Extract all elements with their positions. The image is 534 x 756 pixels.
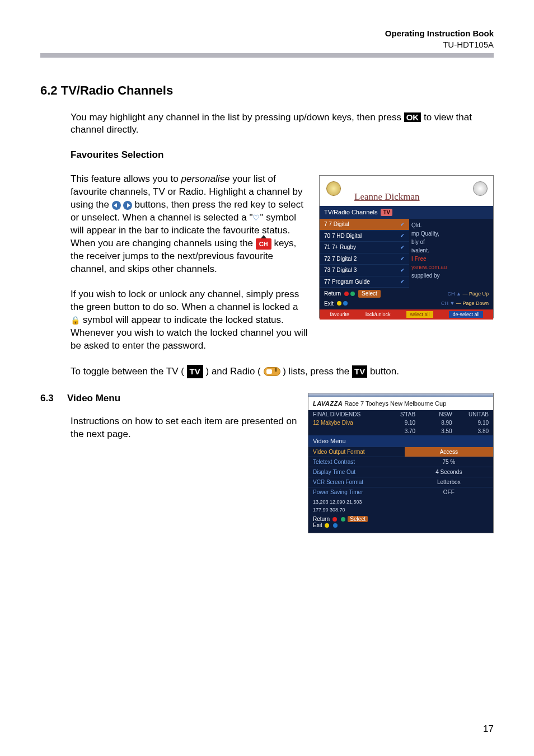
menu-row: VCR Screen FormatLetterbox — [308, 477, 493, 487]
exit-label: Exit — [324, 300, 334, 308]
txt: If you wish to lock or unlock any channe… — [71, 289, 299, 312]
blue-dot-icon — [333, 523, 338, 528]
preview-text: Qld. mp Quality, bly of ivalent. l Free … — [409, 219, 493, 288]
tv-tag: TV — [381, 209, 392, 217]
sec63-para: Instructions on how to set each item are… — [71, 415, 299, 441]
fav-tick-icon: ✔ — [400, 232, 405, 239]
channels-bar-label: TV/Radio Channels — [324, 208, 377, 217]
blue-dot-icon — [343, 301, 348, 306]
sec-title: Video Menu — [67, 393, 120, 403]
sec62-intro: You may highlight any channel in the lis… — [71, 111, 494, 137]
txt-em: personalise — [181, 173, 229, 184]
channel-row: 77 Program Guide✔ — [320, 276, 409, 288]
txt: ) lists, press the — [280, 366, 352, 377]
globe-icon — [473, 181, 488, 196]
menu-row: Display Time Out4 Seconds — [308, 467, 493, 477]
favourites-subheading: Favourites Selection — [71, 149, 494, 162]
channel-row: 71 7+ Rugby✔ — [320, 242, 409, 253]
left-right-keys-icon — [112, 201, 132, 210]
txt: button. — [367, 366, 399, 377]
race-breadcrumb: LAVAZZA Race 7 Tooheys New Melbourne Cup — [308, 397, 493, 410]
channel-row: 70 7 HD Digital✔ — [320, 231, 409, 242]
select-pill: Select — [358, 290, 381, 298]
dividends-row: 3.70 3.50 3.80 — [308, 427, 493, 435]
ok-key-icon: OK — [404, 112, 421, 122]
medal-icon — [326, 181, 341, 196]
toggle-para: To toggle between the TV ( TV ) and Radi… — [71, 365, 494, 378]
fav-tick-icon: ✔ — [400, 221, 405, 228]
nav-hints: CH ▼ — Page Down — [441, 300, 489, 307]
green-dot-icon — [341, 517, 345, 522]
header-model: TU-HDT105A — [443, 40, 494, 49]
section-6-3-heading: 6.3Video Menu — [40, 393, 299, 404]
red-dot-icon — [344, 292, 349, 296]
fav-tick-icon: ✔ — [400, 278, 405, 285]
dividends-row: 12 Makybe Diva 9.10 8.90 9.10 — [308, 419, 493, 427]
section-6-2-heading: 6.2 TV/Radio Channels — [40, 83, 494, 98]
footer-numbers: 13,203 12,090 21,503 — [308, 497, 493, 507]
txt: This feature allows you to — [71, 173, 181, 184]
video-menu-table: Video Output FormatAccess Teletext Contr… — [308, 447, 493, 497]
fav-tick-icon: ✔ — [400, 244, 405, 251]
header-book: Operating Instruction Book — [385, 29, 494, 38]
green-dot-icon — [350, 292, 355, 296]
video-menu-title: Video Menu — [308, 435, 493, 447]
lock-icon: 🔒 — [71, 316, 80, 325]
tv-radio-channels-screenshot: Leanne Dickman TV/Radio Channels TV 7 7 … — [319, 175, 494, 318]
menu-row: Video Output FormatAccess — [308, 447, 493, 457]
return-label: Return — [324, 290, 341, 298]
nav-footer: Return Select Exit — [308, 515, 493, 533]
header-rule — [40, 53, 494, 58]
menu-row: Power Saving TimerOFF — [308, 487, 493, 497]
nav-hints: CH ▲ — Page Up — [448, 290, 489, 297]
tv-key-icon: TV — [352, 365, 367, 378]
radio-icon — [264, 367, 280, 376]
fav-tick-icon: ✔ — [400, 267, 405, 274]
colour-key-footer: favourite lock/unlock select all de-sele… — [320, 309, 493, 320]
heart-icon: ♡ — [252, 213, 260, 222]
fav-tick-icon: ✔ — [400, 255, 405, 262]
footer-numbers-2: 177.90 308.70 — [308, 507, 493, 515]
txt: symbol will appear to indicate the locke… — [71, 314, 307, 351]
page-header: Operating Instruction Book TU-HDT105A — [40, 28, 494, 51]
video-menu-screenshot: LAVAZZA Race 7 Tooheys New Melbourne Cup… — [308, 393, 494, 533]
menu-row: Teletext Contrast75 % — [308, 457, 493, 467]
tv-key-icon: TV — [187, 365, 203, 378]
channel-row: 72 7 Digital 2✔ — [320, 253, 409, 265]
ch-key-icon: CH — [256, 238, 271, 250]
profile-name: Leanne Dickman — [354, 191, 420, 204]
channel-row: 73 7 Digital 3✔ — [320, 265, 409, 276]
txt: To toggle between the TV ( — [71, 366, 187, 377]
red-dot-icon — [332, 517, 337, 522]
yellow-dot-icon — [337, 301, 341, 306]
channel-row: 7 7 Digital✔ — [320, 219, 409, 231]
yellow-dot-icon — [325, 523, 329, 528]
txt: ) and Radio ( — [203, 366, 264, 377]
page-number: 17 — [483, 724, 494, 735]
dividends-header: FINAL DIVIDENDS S'TAB NSW UNITAB — [308, 410, 493, 419]
txt: You may highlight any channel in the lis… — [71, 112, 404, 123]
sec-num: 6.3 — [40, 393, 67, 404]
channel-list: 7 7 Digital✔ 70 7 HD Digital✔ 71 7+ Rugb… — [320, 219, 409, 288]
